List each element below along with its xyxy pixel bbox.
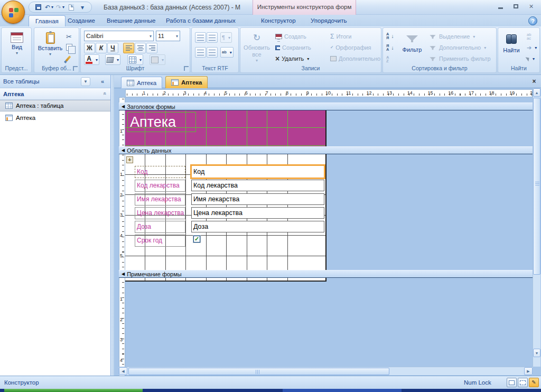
tab-uporyadochit[interactable]: Упорядочить [304,15,353,26]
advanced-filter-icon [430,46,435,49]
ribbon-tab-row: Главная Создание Внешние данные Работа с… [0,15,541,26]
underline-button[interactable]: Ч [107,43,118,53]
taskbar-blue-segment [283,389,402,392]
help-icon[interactable]: ? [528,16,537,25]
scroll-down-icon[interactable]: ▼ [533,349,540,357]
nav-pane-header[interactable]: Все таблицы [0,75,110,88]
field-label[interactable]: Цена лекарства [135,207,185,219]
field-label[interactable]: Доза [135,221,185,233]
italic-button[interactable]: К [96,43,107,53]
tab-rabota-s-bazami[interactable]: Работа с базами данных [160,15,242,26]
increase-indent-button[interactable] [207,32,218,43]
field-checkbox[interactable]: ✓ [193,236,200,242]
move-handle-icon[interactable]: + [126,156,133,163]
form-title-label[interactable]: Аптека [127,112,196,132]
spelling-icon: ✓ [330,45,333,50]
decrease-indent-button[interactable] [195,32,206,43]
goto-button[interactable]: ➔ [526,42,538,53]
view-button[interactable]: Вид ▾ [6,30,28,64]
group-richtext: ¶ ab Текст RTF [191,27,239,73]
close-button[interactable]: × [526,2,537,10]
copy-button[interactable] [65,42,73,52]
alternate-fill-icon [151,57,158,63]
font-dialog-launcher-icon[interactable] [184,66,189,71]
scroll-up-icon[interactable]: ▲ [533,88,540,97]
datasheet-view-icon [520,380,526,385]
font-color-button[interactable]: А [84,54,99,65]
field-textbox[interactable]: Код лекарства [191,180,324,191]
restore-button[interactable] [510,2,521,10]
field-textbox[interactable]: Доза [191,221,324,232]
form-footer-section[interactable] [125,278,327,282]
align-left-button[interactable] [123,43,134,53]
delete-record-button[interactable]: × Удалить [274,53,310,64]
tab-sozdanie[interactable]: Создание [61,15,101,26]
design-view-button[interactable]: ✎ [529,378,539,387]
field-textbox[interactable]: Цена лекарства [191,207,324,219]
new-document-icon[interactable] [67,3,76,12]
numbering-button[interactable] [195,47,206,58]
format-painter-button[interactable] [66,53,70,64]
horizontal-scrollbar-thumb[interactable] [128,368,389,375]
goto-icon: ➔ [527,44,531,51]
nav-group-chevron-icon[interactable]: « [102,92,108,95]
tab-glavnaya[interactable]: Главная [29,15,66,26]
minimize-button[interactable] [495,2,506,10]
gridlines-button[interactable] [127,54,143,65]
qat-customize-icon[interactable]: ▾ [78,3,87,12]
scroll-right-icon[interactable]: ▶ [524,367,533,375]
fill-color-button[interactable] [105,54,120,65]
form-header-section[interactable]: Аптека [125,110,327,146]
horizontal-ruler[interactable]: 1234567891011121314151617181920 [125,89,533,97]
table-icon [127,80,134,86]
scroll-left-icon[interactable]: ◀ [119,367,127,375]
undo-icon[interactable]: ↶ [44,3,54,12]
office-button[interactable] [2,1,25,24]
filter-button[interactable]: Фильтр [400,30,424,64]
table-icon [5,102,13,109]
tab-vneshnie-dannye[interactable]: Внешние данные [100,15,162,26]
save-icon[interactable] [33,3,43,12]
bullets-button[interactable] [207,47,218,58]
detail-section[interactable]: + Код Код Код лекарства Код лекарства Им… [125,154,327,270]
field-label[interactable]: Срок год [135,235,185,247]
paste-button[interactable]: Вставить ▾ [36,30,64,64]
vertical-ruler[interactable]: 1123451234 [119,97,125,388]
nav-pane-menu-icon[interactable]: ▼ [81,77,90,86]
datasheet-view-button[interactable] [518,378,528,387]
vertical-scrollbar-thumb[interactable] [533,98,540,275]
bold-button[interactable]: Ж [84,43,95,53]
field-textbox[interactable]: Код [190,164,325,179]
font-name-combo[interactable]: Calibri▾ [84,31,154,41]
document-close-icon[interactable]: × [530,78,538,86]
form-view-button[interactable] [507,378,517,387]
clear-sort-icon: АZ [386,55,389,63]
select-button[interactable] [526,53,536,64]
field-label[interactable]: Код [135,166,185,178]
doc-tab-table[interactable]: Аптека [121,77,162,88]
nav-group-header[interactable]: Аптека [0,88,110,100]
section-bar-form-header[interactable]: ◀ Заголовок формы [119,102,533,110]
tab-konstruktor[interactable]: Конструктор [255,15,302,26]
section-bar-form-footer[interactable]: ◀ Примечание формы [119,270,533,278]
vertical-scrollbar[interactable]: ▲ ▼ [533,88,540,367]
align-right-button[interactable] [146,43,157,53]
cut-button[interactable]: ✂ [65,31,73,42]
highlight-button[interactable]: ab [220,47,234,58]
horizontal-scrollbar[interactable]: ◀ ▶ [119,367,533,375]
field-textbox[interactable]: Имя лекарства [191,193,324,205]
font-size-combo[interactable]: 11▾ [156,31,180,41]
section-bar-detail[interactable]: ◀ Область данных [119,146,533,154]
field-label[interactable]: Код лекарства [135,180,185,192]
nav-item-form[interactable]: Аптека [0,112,110,124]
clipboard-dialog-launcher-icon[interactable] [73,66,78,71]
nav-pane-collapse-icon[interactable]: « [98,77,107,86]
nav-item-table[interactable]: Аптека : таблица [0,100,110,111]
align-center-button[interactable] [135,43,146,53]
find-button[interactable]: Найти [499,30,524,64]
field-label[interactable]: Имя лекарства [135,193,185,206]
doc-tab-form[interactable]: Аптека [165,76,208,88]
alternate-fill-button [150,54,165,65]
sort-descending-button[interactable]: ЯА ↓ [385,42,395,53]
sort-ascending-button[interactable]: АЯ ↓ [385,31,395,41]
